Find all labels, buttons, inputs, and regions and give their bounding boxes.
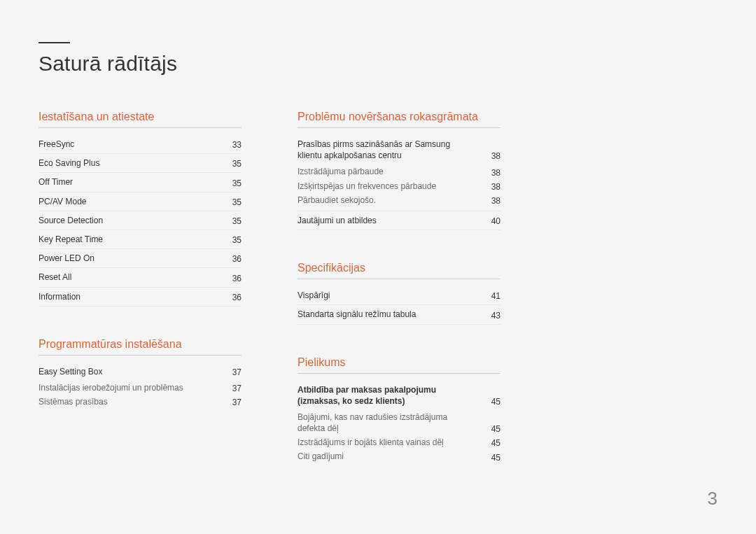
entry-label: PC/AV Mode — [38, 196, 220, 207]
section-title: Pielikums — [298, 356, 500, 374]
entry-page: 36 — [220, 254, 241, 264]
entry-label: Citi gadījumi — [298, 451, 479, 462]
entry-label: Instalācijas ierobežojumi un problēmas — [38, 382, 220, 393]
entry-page: 35 — [220, 178, 241, 188]
left-column: Iestatīšana un atiestateFreeSync33Eco Sa… — [38, 111, 241, 496]
page-title: Saturā rādītājs — [38, 52, 718, 76]
entry-page: 35 — [220, 159, 241, 169]
page-number: 3 — [708, 488, 718, 510]
entry-label: Off Timer — [38, 176, 220, 188]
section-title: Programmatūras instalēšana — [38, 338, 241, 356]
entry-page: 35 — [220, 235, 241, 245]
entry-page: 37 — [220, 367, 241, 377]
title-bar — [38, 42, 70, 43]
toc-entry[interactable]: Atbildība par maksas pakalpojumu (izmaks… — [298, 381, 500, 410]
section-title: Specifikācijas — [298, 262, 500, 279]
entry-label: Information — [38, 291, 220, 302]
entry-page: 35 — [220, 216, 241, 226]
entry-label: Izšķirtspējas un frekvences pārbaude — [298, 181, 479, 192]
entry-page: 45 — [479, 424, 500, 434]
toc-entry[interactable]: Prasības pirms sazināšanās ar Samsung kl… — [298, 135, 500, 164]
toc-entry[interactable]: PC/AV Mode35 — [38, 192, 241, 211]
entry-page: 38 — [479, 151, 500, 161]
entry-page: 36 — [220, 274, 241, 283]
entry-label: Atbildība par maksas pakalpojumu (izmaks… — [298, 384, 479, 407]
toc-subentry[interactable]: Izšķirtspējas un frekvences pārbaude38 — [298, 179, 500, 193]
entry-page: 41 — [479, 291, 500, 301]
toc-entry[interactable]: Easy Setting Box37 — [38, 363, 241, 381]
toc-section: SpecifikācijasVispārīgi41Standarta signā… — [298, 262, 500, 324]
entry-label: Bojājumi, kas nav radušies izstrādājuma … — [298, 412, 479, 434]
entry-page: 36 — [220, 293, 241, 302]
toc-entry[interactable]: Standarta signālu režīmu tabula43 — [298, 305, 500, 324]
toc-subentry[interactable]: Izstrādājums ir bojāts klienta vainas dē… — [298, 435, 500, 449]
section-title: Problēmu novēršanas rokasgrāmata — [298, 111, 500, 128]
entry-page: 38 — [479, 168, 500, 178]
entry-label: Izstrādājuma pārbaude — [298, 166, 479, 177]
entry-page: 37 — [220, 384, 241, 393]
entry-page: 40 — [479, 216, 500, 226]
entry-page: 45 — [479, 438, 500, 448]
entry-label: Prasības pirms sazināšanās ar Samsung kl… — [298, 139, 479, 161]
entry-page: 38 — [479, 182, 500, 192]
toc-entry[interactable]: Jautājumi un atbildes40 — [298, 211, 500, 230]
entry-page: 33 — [220, 140, 241, 150]
entry-page: 35 — [220, 197, 241, 207]
toc-entry[interactable]: Off Timer35 — [38, 173, 241, 192]
entry-page: 43 — [479, 311, 500, 321]
entry-label: Key Repeat Time — [38, 234, 220, 245]
toc-subentry[interactable]: Izstrādājuma pārbaude38 — [298, 164, 500, 178]
toc-columns: Iestatīšana un atiestateFreeSync33Eco Sa… — [38, 111, 718, 496]
entry-page: 38 — [479, 196, 500, 206]
toc-subentry[interactable]: Sistēmas prasības37 — [38, 395, 241, 409]
entry-label: Vispārīgi — [298, 290, 479, 301]
toc-subentry[interactable]: Citi gadījumi45 — [298, 449, 500, 463]
right-column: Problēmu novēršanas rokasgrāmataPrasības… — [298, 111, 500, 496]
toc-section: Problēmu novēršanas rokasgrāmataPrasības… — [298, 111, 500, 230]
sub-group: Izstrādājuma pārbaude38Izšķirtspējas un … — [298, 164, 500, 211]
entry-label: Sistēmas prasības — [38, 396, 220, 407]
entry-page: 37 — [220, 398, 241, 407]
toc-entry[interactable]: Key Repeat Time35 — [38, 230, 241, 249]
toc-section: Iestatīšana un atiestateFreeSync33Eco Sa… — [38, 111, 241, 307]
entry-label: Easy Setting Box — [38, 366, 220, 377]
entry-label: Power LED On — [38, 253, 220, 264]
entry-label: Jautājumi un atbildes — [298, 215, 479, 226]
toc-entry[interactable]: FreeSync33 — [38, 135, 241, 154]
entry-label: Eco Saving Plus — [38, 157, 220, 169]
entry-label: FreeSync — [38, 139, 220, 150]
toc-entry[interactable]: Power LED On36 — [38, 249, 241, 268]
entry-label: Pārbaudiet sekojošo. — [298, 195, 479, 206]
toc-entry[interactable]: Reset All36 — [38, 268, 241, 287]
toc-subentry[interactable]: Instalācijas ierobežojumi un problēmas37 — [38, 381, 241, 395]
toc-section: Programmatūras instalēšanaEasy Setting B… — [38, 338, 241, 409]
toc-subentry[interactable]: Bojājumi, kas nav radušies izstrādājuma … — [298, 410, 500, 435]
section-title: Iestatīšana un atiestate — [38, 111, 241, 128]
toc-entry[interactable]: Source Detection35 — [38, 211, 241, 230]
toc-entry[interactable]: Vispārīgi41 — [298, 286, 500, 305]
toc-section: PielikumsAtbildība par maksas pakalpojum… — [298, 356, 500, 464]
entry-label: Standarta signālu režīmu tabula — [298, 309, 479, 320]
sub-group: Instalācijas ierobežojumi un problēmas37… — [38, 381, 241, 409]
toc-entry[interactable]: Information36 — [38, 288, 241, 307]
entry-page: 45 — [479, 397, 500, 407]
entry-page: 45 — [479, 453, 500, 463]
sub-group: Bojājumi, kas nav radušies izstrādājuma … — [298, 410, 500, 464]
toc-entry[interactable]: Eco Saving Plus35 — [38, 154, 241, 173]
entry-label: Izstrādājums ir bojāts klienta vainas dē… — [298, 437, 479, 448]
entry-label: Source Detection — [38, 215, 220, 226]
entry-label: Reset All — [38, 272, 220, 283]
toc-subentry[interactable]: Pārbaudiet sekojošo.38 — [298, 193, 500, 207]
